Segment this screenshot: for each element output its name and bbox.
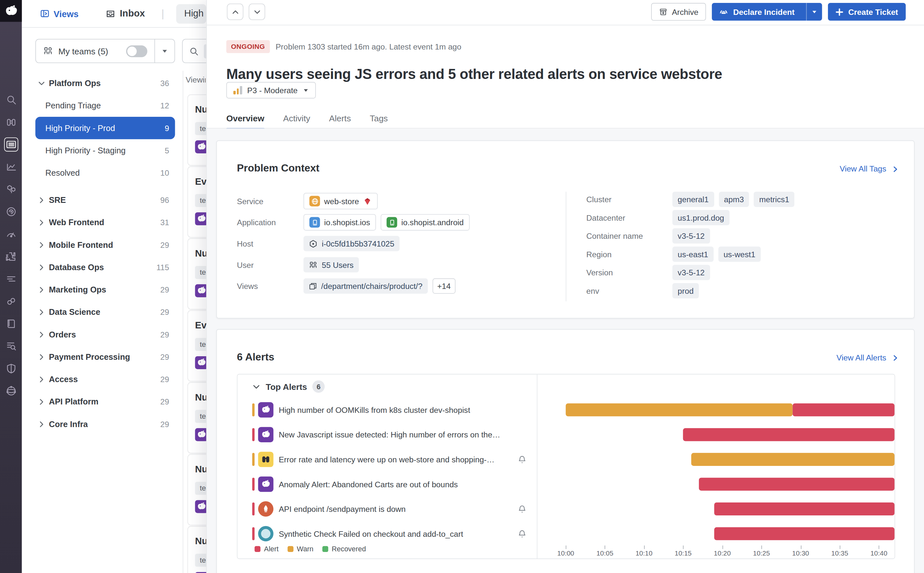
timeline-lane — [566, 521, 894, 546]
alert-title: API endpoint /sendpayment is down — [279, 504, 406, 513]
app-root: Views Inbox | High P My teams (5) — [0, 0, 924, 573]
notebooks-icon[interactable] — [4, 317, 18, 331]
host-chip[interactable]: i-0c5fd1b5b3741025 — [304, 236, 400, 251]
caret-down-icon — [303, 88, 309, 93]
sidebar-item-pending-triage[interactable]: Pending Triage12 — [35, 94, 175, 117]
sidebar-item-marketing-ops[interactable]: Marketing Ops29 — [35, 278, 175, 301]
sidebar-item-data-science[interactable]: Data Science29 — [35, 301, 175, 323]
synthetics-icon[interactable] — [4, 384, 18, 398]
watchdog-icon[interactable] — [4, 115, 18, 129]
archive-label: Archive — [672, 8, 698, 16]
sidebar-item-orders[interactable]: Orders29 — [35, 323, 175, 346]
teams-toggle[interactable] — [126, 45, 147, 56]
infrastructure-icon[interactable] — [4, 182, 18, 196]
sidebar-item-count: 29 — [160, 330, 169, 339]
alert-row[interactable]: Anomaly Alert: Abandoned Carts are out o… — [238, 472, 537, 497]
tab-views[interactable]: Views — [40, 8, 78, 19]
sidebar-item-high-priority-staging[interactable]: High Priority - Staging5 — [35, 139, 175, 161]
tab-open-view[interactable]: High P — [176, 4, 206, 23]
sidebar-item-count: 29 — [160, 308, 169, 316]
view-all-alerts-link[interactable]: View All Alerts — [837, 353, 899, 362]
case-management-icon[interactable] — [4, 138, 18, 152]
sidebar-item-high-priority-prod[interactable]: High Priority - Prod9 — [35, 117, 175, 139]
tab-inbox[interactable]: Inbox — [106, 8, 145, 19]
archive-button[interactable]: Archive — [651, 3, 706, 21]
sidebar-item-resolved[interactable]: Resolved10 — [35, 161, 175, 184]
datadog-logo[interactable] — [0, 0, 22, 22]
users-chip[interactable]: 55 Users — [304, 257, 359, 272]
alert-row[interactable]: High number of OOMKills from k8s cluster… — [238, 397, 537, 422]
sidebar-item-access[interactable]: Access29 — [35, 368, 175, 390]
create-ticket-button[interactable]: Create Ticket — [828, 3, 906, 21]
case-meta: Problem 1303 started 16m ago. Latest eve… — [275, 42, 461, 51]
alert-row[interactable]: API endpoint /sendpayment is down — [238, 497, 537, 521]
axis-tick-label: 10:05 — [596, 550, 613, 557]
tab-overview[interactable]: Overview — [226, 114, 264, 130]
views-chip[interactable]: /department/chairs/product/? — [304, 278, 428, 293]
team-views-list: Platform Ops36Pending Triage12High Prior… — [35, 72, 175, 435]
alert-row[interactable]: Error rate and latency were up on web-st… — [238, 447, 537, 472]
logs-icon[interactable] — [4, 272, 18, 286]
metrics-icon[interactable] — [4, 227, 18, 241]
alert-bell-button[interactable] — [517, 455, 527, 464]
datadog-monitor-icon — [196, 213, 207, 224]
sidebar-item-label: Web Frontend — [49, 218, 104, 227]
my-teams-selector[interactable]: My teams (5) — [35, 39, 175, 63]
tag-chip[interactable]: metrics1 — [754, 191, 795, 207]
sidebar-item-payment-processing[interactable]: Payment Processing29 — [35, 346, 175, 368]
sidebar-item-platform-ops[interactable]: Platform Ops36 — [35, 72, 175, 94]
tag-chip[interactable]: general1 — [673, 191, 714, 207]
view-all-tags-link[interactable]: View All Tags — [840, 165, 899, 174]
context-row-container-name: Container namev3-5-12 — [587, 228, 896, 243]
teams-caret-button[interactable] — [155, 48, 174, 54]
sidebar-item-mobile-frontend[interactable]: Mobile Frontend29 — [35, 233, 175, 256]
phone-ios-chip[interactable]: io.shopist.ios — [304, 214, 376, 231]
timeline-lane — [566, 497, 894, 521]
context-row-env: envprod — [587, 283, 896, 298]
security-icon[interactable] — [4, 362, 18, 376]
tag-chip[interactable]: us-east1 — [673, 247, 713, 262]
apm-icon[interactable] — [4, 205, 18, 219]
tag-chip[interactable]: us1.prod.dog — [673, 210, 729, 225]
tab-tags[interactable]: Tags — [370, 114, 388, 130]
sidebar-item-web-frontend[interactable]: Web Frontend31 — [35, 211, 175, 233]
tag-chip[interactable]: v3-5-12 — [673, 228, 710, 243]
tag-chip[interactable]: apm3 — [719, 191, 749, 207]
alert-bell-button[interactable] — [517, 504, 527, 514]
previous-case-button[interactable] — [227, 3, 243, 20]
phone-android-chip[interactable]: io.shopist.android — [381, 214, 470, 231]
severity-select[interactable]: P3 - Moderate — [226, 82, 316, 99]
tag-chip[interactable]: v3-5-12 — [673, 265, 710, 280]
ios-app-icon — [309, 217, 320, 228]
tab-alerts[interactable]: Alerts — [329, 114, 351, 130]
tag-chip[interactable]: prod — [673, 283, 699, 298]
tag-chip[interactable]: +14 — [432, 278, 456, 293]
datadog-monitor-icon — [261, 429, 271, 440]
alert-title: New Javascript issue detected: High numb… — [279, 430, 500, 439]
service-globe-chip[interactable]: web-store — [304, 193, 378, 209]
dashboards-icon[interactable] — [4, 160, 18, 174]
declare-incident-main[interactable]: Declare Incident — [712, 3, 802, 21]
sidebar-item-database-ops[interactable]: Database Ops115 — [35, 256, 175, 278]
sidebar-item-count: 29 — [160, 285, 169, 294]
declare-incident-caret[interactable] — [806, 3, 822, 21]
top-alerts-header[interactable]: Top Alerts 6 — [252, 380, 325, 393]
sidebar-item-api-platform[interactable]: API Platform29 — [35, 390, 175, 413]
tab-activity[interactable]: Activity — [283, 114, 311, 130]
next-case-button[interactable] — [249, 3, 265, 20]
product-nav-strip — [0, 0, 22, 573]
axis-tick-label: 10:40 — [870, 550, 887, 557]
sidebar-item-sre[interactable]: SRE96 — [35, 189, 175, 211]
integrations-icon[interactable] — [4, 249, 18, 264]
sidebar-item-count: 31 — [160, 218, 169, 227]
sidebar-item-core-infra[interactable]: Core Infra29 — [35, 413, 175, 435]
severity-bars-icon — [233, 86, 242, 94]
alert-bell-button[interactable] — [517, 529, 527, 539]
alert-row[interactable]: Synthetic Check Failed on checkout and a… — [238, 521, 537, 546]
alert-row[interactable]: New Javascript issue detected: High numb… — [238, 422, 537, 447]
sidebar-item-label: API Platform — [49, 397, 98, 406]
search-icon[interactable] — [4, 92, 18, 107]
log-explorer-icon[interactable] — [4, 339, 18, 353]
ci-cd-icon[interactable] — [4, 294, 18, 308]
tag-chip[interactable]: us-west1 — [718, 247, 760, 262]
